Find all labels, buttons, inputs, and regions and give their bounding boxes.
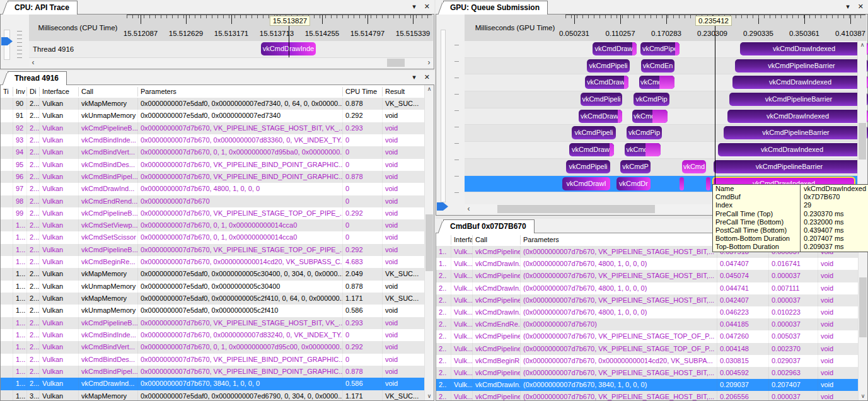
- scroll-left-icon[interactable]: ‹: [29, 58, 37, 67]
- panel-menu-icon[interactable]: ▾: [412, 73, 416, 81]
- table-row[interactable]: 1...2...VulkanvkCmdSetScissor0x000000000…: [1, 231, 424, 243]
- cpu-hscrollbar[interactable]: ‹ ›: [29, 58, 433, 67]
- table-row[interactable]: 912...VulkanvkUnmapMemory0x0000000007e5d…: [1, 110, 424, 122]
- scroll-left-icon[interactable]: ‹: [465, 204, 473, 214]
- timeline-block[interactable]: vkCmd: [682, 160, 706, 173]
- timeline-block[interactable]: vkCmdDra: [639, 76, 674, 89]
- timeline-block[interactable]: vkCmdPipeli: [587, 59, 630, 73]
- table-row[interactable]: 1...2...VulkanvkCmdDrawInd...0x000000000…: [1, 378, 424, 390]
- table-row[interactable]: 2..Vulk...vkCmdBeginR...(0x0000000007d7b…: [436, 355, 858, 367]
- table-row[interactable]: 1..Vulk...vkCmdDrawIn...(0x0000000007d7b…: [436, 258, 858, 270]
- scroll-up-icon[interactable]: ∧: [858, 41, 867, 49]
- timeline-block[interactable]: vkCmdPipelineBarrier: [714, 160, 865, 173]
- timeline-block[interactable]: [680, 177, 684, 190]
- timeline-block[interactable]: vkCmdPipelineBarrier: [724, 126, 868, 139]
- scroll-right-icon[interactable]: ›: [425, 58, 433, 67]
- scroll-down-icon[interactable]: ∨: [425, 392, 434, 400]
- tab-thread[interactable]: Thread 4916: [8, 71, 67, 85]
- timeline-block[interactable]: vkCmdPipelineBarrier: [735, 59, 868, 73]
- gpu-timeline-row[interactable]: vkCmdDrawIvkCmdDravkCmdDrawIndexed: [465, 108, 859, 125]
- timeline-block[interactable]: vkCmdPipelineBarrier: [729, 93, 868, 106]
- table-row[interactable]: 2..Vulk...vkCmdDrawIn...(0x0000000007d7b…: [436, 379, 858, 391]
- cpu-ruler[interactable]: Milliseconds (CPU Time) 15.51208715.5126…: [29, 15, 433, 42]
- table-row[interactable]: 2..Vulk...vkCmdPipeline...(0x0000000007d…: [436, 343, 858, 355]
- table-row[interactable]: 2..Vulk...vkCmdPipeline...(0x0000000007d…: [436, 367, 858, 379]
- timeline-block[interactable]: vkCmdDrawIndexed: [718, 143, 866, 156]
- timeline-block[interactable]: vkCmdDrawI: [593, 42, 637, 55]
- timeline-block[interactable]: vkCmdPipeli: [581, 93, 622, 106]
- column-header[interactable]: Interface: [40, 87, 79, 96]
- gpu-timeline-row[interactable]: vkCmdPipelivkCmdPipvkCmdPipelineBarrier: [465, 125, 859, 142]
- gpu-ruler[interactable]: Milliseconds (GPU Time) 0.0502310.110257…: [465, 15, 867, 42]
- thread-vscroll-thumb[interactable]: [425, 214, 433, 271]
- gpu-timeline-row[interactable]: vkCmdPipelivkCmdPipvkCmdPipelineBarrier: [465, 91, 859, 108]
- cpu-hscroll-thumb[interactable]: [387, 59, 405, 67]
- gpu-timeline-row[interactable]: vkCmdDrawIvkCmdDravkCmdDrawIndexed: [465, 74, 859, 91]
- table-row[interactable]: 2..Vulk...vkCmdEndRe...(0x0000000007d7b6…: [436, 318, 858, 330]
- cmdbuf-vscrollbar[interactable]: ∨: [858, 233, 867, 400]
- timeline-block[interactable]: [706, 177, 710, 190]
- table-row[interactable]: 1...2...VulkanvkCmdPipelineB...0x0000000…: [1, 317, 424, 329]
- table-row[interactable]: 972...VulkanvkCmdDrawInd...0x0000000007d…: [1, 183, 424, 195]
- timeline-block[interactable]: vkCmdPipeli: [572, 126, 616, 139]
- column-header[interactable]: Parameters: [138, 87, 343, 96]
- timeline-block[interactable]: vkCmdPipeli: [566, 160, 610, 173]
- panel-menu-icon[interactable]: ▾: [412, 3, 416, 11]
- table-row[interactable]: 2..Vulk...vkCmdPipeline...(0x0000000007d…: [436, 270, 858, 282]
- timeline-block[interactable]: vkCmdDrawI: [579, 110, 622, 123]
- tab-cmdbuf[interactable]: CmdBuf 0x07D7B670: [443, 219, 535, 233]
- timeline-block[interactable]: vkCmdDra: [632, 110, 668, 123]
- gpu-zoom-track[interactable]: [441, 30, 446, 202]
- table-row[interactable]: 1...2...VulkanvkCmdPipelineB...0x0000000…: [1, 244, 424, 256]
- close-icon[interactable]: ✕: [424, 73, 430, 81]
- gpu-hscroll-thumb[interactable]: [497, 205, 655, 213]
- table-row[interactable]: 2..Vulk...vkCmdDrawIn...(0x0000000007d7b…: [436, 306, 858, 318]
- table-row[interactable]: 1...2...VulkanvkCmdBindDes...0x000000000…: [1, 354, 424, 366]
- tab-cpu-api-trace[interactable]: CPU: API Trace: [8, 1, 78, 15]
- column-header[interactable]: Parameters: [521, 235, 717, 245]
- column-header[interactable]: Ti: [1, 87, 13, 96]
- gpu-vscrollbar[interactable]: ∧: [857, 41, 867, 200]
- table-row[interactable]: 982...VulkanvkCmdEndRend...0x0000000007d…: [1, 195, 424, 207]
- close-icon[interactable]: ✕: [424, 3, 430, 11]
- scroll-down-icon[interactable]: ∨: [859, 392, 867, 400]
- tab-gpu-queue-submission[interactable]: GPU: Queue Submission: [443, 1, 548, 15]
- table-row[interactable]: 1...2...VulkanvkCmdSetViewp...0x00000000…: [1, 219, 424, 231]
- timeline-block[interactable]: vkCmdPipe: [640, 42, 680, 55]
- gpu-zoom-slider-handle[interactable]: [437, 202, 448, 211]
- table-row[interactable]: 902...VulkanvkMapMemory0x0000000007e5daf…: [1, 98, 424, 110]
- timeline-block[interactable]: vkCmdDrawI: [562, 177, 610, 190]
- timeline-block[interactable]: vkCmdDrawIndexed: [740, 42, 868, 55]
- column-header[interactable]: [436, 235, 451, 245]
- column-header[interactable]: CPU Time: [343, 87, 383, 96]
- timeline-block[interactable]: vkCmdDrawI: [569, 143, 614, 156]
- thread-vscrollbar[interactable]: ∧ ∨: [424, 85, 434, 400]
- timeline-block[interactable]: vkCmdDr: [616, 177, 651, 190]
- table-row[interactable]: 1...2...VulkanvkUnmapMemory0x0000000007e…: [1, 305, 424, 317]
- column-header[interactable]: Di: [27, 87, 40, 96]
- timeline-block[interactable]: vkCmdP: [620, 160, 651, 173]
- table-row[interactable]: 1...3...VulkanvkMapMemory0x0000000007e5d…: [1, 390, 424, 401]
- timeline-block[interactable]: vkCmdPip: [634, 93, 669, 106]
- table-row[interactable]: 2..Vulk...vkCmdPipeline...(0x0000000007d…: [436, 294, 858, 306]
- table-row[interactable]: 1...2...VulkanvkCmdBindInde...0x00000000…: [1, 329, 424, 341]
- table-row[interactable]: 1...2...VulkanvkMapMemory0x0000000007e5d…: [1, 293, 424, 305]
- timeline-block[interactable]: vkCmdPip: [627, 126, 662, 139]
- timeline-block[interactable]: vkCmdDra: [625, 143, 661, 156]
- close-icon[interactable]: ✕: [858, 3, 864, 11]
- table-row[interactable]: 922...VulkanvkCmdPipelineB...0x000000000…: [1, 122, 424, 134]
- column-header[interactable]: Result: [383, 87, 425, 96]
- table-row[interactable]: 1...2...VulkanvkMapMemory0x0000000007e5d…: [1, 268, 424, 280]
- cpu-thread-row[interactable]: Thread 4916 vkCmdDrawInde: [29, 41, 433, 58]
- scroll-up-icon[interactable]: ∧: [425, 85, 434, 93]
- cpu-zoom-slider-handle[interactable]: [1, 37, 13, 45]
- gpu-vscroll-thumb[interactable]: [859, 123, 866, 160]
- cmdbuf-vscroll-thumb[interactable]: [859, 277, 867, 337]
- table-row[interactable]: 992...VulkanvkCmdPipelineB...0x000000000…: [1, 207, 424, 219]
- table-row[interactable]: 2..Vulk...vkCmdPipeline...(0x0000000007d…: [436, 330, 858, 342]
- column-header[interactable]: Interfa: [451, 235, 473, 245]
- panel-menu-icon[interactable]: ▾: [846, 3, 850, 11]
- table-row[interactable]: 952...VulkanvkCmdBindDes...0x0000000007d…: [1, 159, 424, 171]
- table-row[interactable]: 1...2...VulkanvkCmdBindPipel...0x0000000…: [1, 366, 424, 378]
- column-header[interactable]: Inv: [13, 87, 27, 96]
